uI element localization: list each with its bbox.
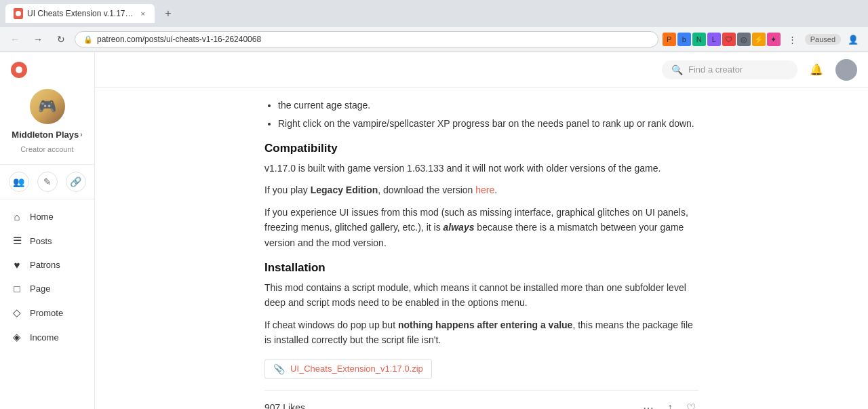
install-text-1: This mod contains a script module, which…	[264, 280, 698, 311]
ext-icon-2[interactable]: b	[677, 33, 691, 46]
like-button[interactable]: ♡	[684, 399, 698, 409]
bullet-item-1: the current age stage.	[278, 98, 698, 113]
install-bold: nothing happens after entering a value	[398, 319, 572, 330]
attachment-container: 📎 UI_Cheats_Extension_v1.17.0.zip	[264, 355, 698, 379]
attachment-link[interactable]: 📎 UI_Cheats_Extension_v1.17.0.zip	[264, 359, 432, 379]
post-actions: 907 Likes ⋯ ↑ ♡	[264, 390, 698, 409]
ext-icon-3[interactable]: N	[692, 33, 706, 46]
compat-bold: Legacy Edition	[311, 184, 378, 195]
sidebar-item-promote-label: Promote	[30, 308, 63, 318]
page-icon: □	[11, 283, 23, 294]
browser-navbar: ← → ↻ 🔒 patreon.com/posts/ui-cheats-v1-1…	[0, 27, 868, 52]
sidebar-item-posts-label: Posts	[30, 236, 52, 246]
user-avatar[interactable]	[835, 59, 857, 81]
favicon-icon	[14, 8, 23, 19]
promote-icon: ◇	[11, 307, 23, 319]
compat-text-2: If you play Legacy Edition, download the…	[264, 182, 698, 197]
main-content: 🔍 Find a creator 🔔 the current age stage…	[95, 52, 868, 409]
compat-text-1: v1.17.0 is built with game version 1.63.…	[264, 161, 698, 176]
profile-button[interactable]: 👤	[844, 30, 863, 49]
bullet-list: the current age stage. Right click on th…	[264, 98, 698, 131]
compat-text-2-prefix: If you play	[264, 184, 311, 195]
sidebar-item-home-label: Home	[30, 212, 54, 222]
tab-title: UI Cheats Extension v.1.17.0 | w...	[27, 9, 136, 18]
patreon-logo-icon	[11, 62, 27, 78]
new-tab-button[interactable]: +	[160, 5, 176, 22]
compat-here-link[interactable]: here	[475, 184, 494, 195]
notifications-button[interactable]: 🔔	[806, 59, 827, 81]
sidebar-icons: 👥 ✎ 🔗	[0, 165, 94, 199]
creator-chevron: ›	[80, 131, 82, 138]
patrons-icon: ♥	[11, 259, 23, 271]
ext-icon-8[interactable]: ✦	[767, 33, 781, 46]
sidebar-item-income-label: Income	[30, 332, 59, 343]
sidebar-item-home[interactable]: ⌂ Home	[0, 205, 94, 229]
ext-icon-4[interactable]: L	[707, 33, 721, 46]
sidebar-item-patrons[interactable]: ♥ Patrons	[0, 253, 94, 277]
ext-icon-5[interactable]: 🛡	[722, 33, 736, 46]
ext-icon-7[interactable]: ⚡	[752, 33, 766, 46]
sidebar-item-page[interactable]: □ Page	[0, 277, 94, 300]
creator-avatar: 🎮	[30, 89, 65, 124]
compat-italic-bold: always	[443, 222, 475, 233]
browser-tab[interactable]: UI Cheats Extension v.1.17.0 | w... ×	[5, 4, 155, 23]
extension-icons: P b N L 🛡 ◎ ⚡ ✦	[663, 33, 781, 46]
search-icon: 🔍	[671, 64, 683, 75]
address-bar[interactable]: 🔒 patreon.com/posts/ui-cheats-v1-16-2624…	[75, 31, 658, 47]
browser-actions: P b N L 🛡 ◎ ⚡ ✦ ⋮ Paused 👤	[663, 30, 863, 49]
sidebar-item-patrons-label: Patrons	[30, 260, 60, 270]
sidebar-icon-community[interactable]: 👥	[9, 172, 29, 192]
top-bar: 🔍 Find a creator 🔔	[95, 52, 868, 87]
compat-text-2-suffix: , download the version	[378, 184, 475, 195]
search-box[interactable]: 🔍 Find a creator	[662, 60, 797, 79]
likes-count: 907 Likes	[264, 402, 305, 409]
paused-badge: Paused	[805, 34, 841, 45]
extensions-button[interactable]: ⋮	[783, 30, 802, 49]
tab-close-button[interactable]: ×	[140, 8, 146, 19]
app-layout: 🎮 Middleton Plays › Creator account 👥 ✎ …	[0, 52, 868, 409]
sidebar-icon-edit[interactable]: ✎	[37, 172, 58, 192]
install-text-2-prefix: If cheat windows do pop up but	[264, 319, 398, 330]
compat-text-3: If you experience UI issues from this mo…	[264, 205, 698, 250]
sidebar-header: 🎮 Middleton Plays › Creator account	[0, 78, 94, 165]
sidebar-item-income[interactable]: ◈ Income	[0, 325, 94, 349]
refresh-button[interactable]: ↻	[52, 30, 71, 49]
content-area[interactable]: the current age stage. Right click on th…	[95, 87, 868, 409]
ext-icon-6[interactable]: ◎	[737, 33, 751, 46]
search-placeholder: Find a creator	[688, 64, 743, 75]
back-button[interactable]: ←	[5, 30, 24, 49]
home-icon: ⌂	[11, 211, 23, 222]
bullet-item-2: Right click on the vampire/spellcaster X…	[278, 117, 698, 131]
sidebar-item-promote[interactable]: ◇ Promote	[0, 300, 94, 325]
attachment-filename: UI_Cheats_Extension_v1.17.0.zip	[290, 364, 423, 374]
attachment-icon: 📎	[273, 364, 285, 374]
sidebar-nav: ⌂ Home ☰ Posts ♥ Patrons □ Page ◇ Promot…	[0, 199, 94, 409]
income-icon: ◈	[11, 331, 23, 343]
share-button[interactable]: ↑	[665, 399, 675, 409]
installation-heading: Installation	[264, 261, 698, 275]
creator-name: Middleton Plays ›	[12, 130, 82, 140]
sidebar-item-posts[interactable]: ☰ Posts	[0, 229, 94, 253]
creator-role: Creator account	[20, 145, 73, 153]
browser-titlebar: UI Cheats Extension v.1.17.0 | w... × +	[0, 0, 868, 27]
posts-icon: ☰	[11, 235, 23, 247]
sidebar-icon-link[interactable]: 🔗	[66, 172, 86, 192]
browser-chrome: UI Cheats Extension v.1.17.0 | w... × + …	[0, 0, 868, 52]
sidebar: 🎮 Middleton Plays › Creator account 👥 ✎ …	[0, 52, 95, 409]
ext-icon-1[interactable]: P	[663, 33, 676, 46]
install-text-2: If cheat windows do pop up but nothing h…	[264, 317, 698, 348]
url-text: patreon.com/posts/ui-cheats-v1-16-262400…	[97, 35, 261, 44]
lock-icon: 🔒	[83, 35, 93, 44]
more-options-button[interactable]: ⋯	[640, 399, 656, 409]
compatibility-heading: Compatibility	[264, 142, 698, 155]
content-wrapper: the current age stage. Right click on th…	[251, 87, 712, 409]
sidebar-item-page-label: Page	[30, 284, 50, 294]
forward-button[interactable]: →	[28, 30, 47, 49]
action-buttons: ⋯ ↑ ♡	[640, 399, 698, 409]
